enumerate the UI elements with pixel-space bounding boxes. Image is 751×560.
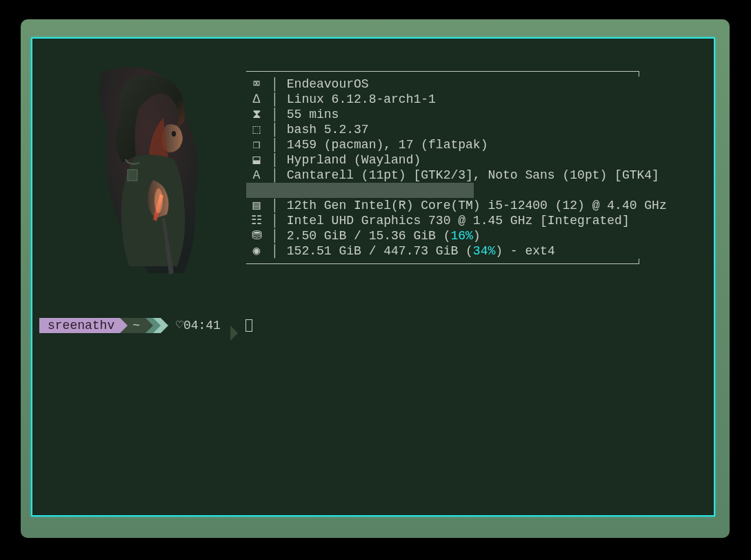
terminal-body[interactable]: ⌧│EndeavourOS∆│Linux 6.12.8-arch1-1⧗│55 … [32, 39, 714, 515]
fetch-row: ⧗│55 mins [246, 107, 667, 122]
separator: │ [267, 168, 287, 183]
fetch-row: ⛃│2.50 GiB / 15.36 GiB (16%) [246, 228, 667, 243]
fetch-row: ◉│152.51 GiB / 447.73 GiB (34%) - ext4 [246, 243, 667, 259]
fetch-value: 1459 (pacman), 17 (flatpak) [287, 137, 488, 152]
shell-icon: ⬚ [246, 122, 267, 137]
hourglass-icon: ⧗ [246, 107, 267, 122]
fetch-row: A│Cantarell (11pt) [GTK2/3], Noto Sans (… [246, 168, 667, 183]
fetch-row: ⬓│Hyprland (Wayland) [246, 152, 667, 168]
fetch-value: 55 mins [287, 107, 339, 122]
redacted-row [246, 183, 667, 198]
svg-rect-2 [128, 170, 137, 181]
fetch-row: ▤│12th Gen Intel(R) Core(TM) i5-12400 (1… [246, 198, 667, 213]
separator: │ [267, 198, 287, 213]
separator: │ [267, 107, 287, 122]
fetch-row: ❐│1459 (pacman), 17 (flatpak) [246, 137, 667, 152]
svg-point-0 [172, 131, 176, 137]
fetch-row: ⬚│bash 5.2.37 [246, 122, 667, 137]
fetch-value: 12th Gen Intel(R) Core(TM) i5-12400 (12)… [287, 198, 667, 213]
shell-prompt: sreenathv ~ ♡04:41 [39, 318, 707, 333]
cpu-icon: ▤ [246, 198, 267, 213]
fetch-value: EndeavourOS [287, 77, 369, 92]
separator: │ [267, 228, 287, 243]
separator: │ [267, 243, 287, 259]
fetch-info-box: ⌧│EndeavourOS∆│Linux 6.12.8-arch1-1⧗│55 … [246, 77, 667, 259]
box-border-bottom [246, 259, 639, 264]
fetch-value: bash 5.2.37 [287, 122, 369, 137]
svg-point-1 [154, 188, 163, 213]
prompt-directory: ~ [132, 318, 140, 333]
separator: │ [267, 213, 287, 228]
redacted-bar [246, 183, 474, 198]
terminal-window[interactable]: ⌧│EndeavourOS∆│Linux 6.12.8-arch1-1⧗│55 … [31, 37, 715, 517]
terminal-cursor[interactable] [246, 319, 252, 332]
fetch-value: Linux 6.12.8-arch1-1 [287, 92, 436, 107]
prompt-time: 04:41 [183, 319, 221, 332]
box-border-top [246, 71, 639, 77]
fetch-row: ☷│Intel UHD Graphics 730 @ 1.45 GHz [Int… [246, 213, 667, 228]
fetch-row: ⌧│EndeavourOS [246, 77, 667, 92]
fetch-value: 152.51 GiB / 447.73 GiB (34%) - ext4 [287, 243, 555, 259]
desktop-background: ⌧│EndeavourOS∆│Linux 6.12.8-arch1-1⧗│55 … [21, 19, 730, 538]
separator: │ [267, 77, 287, 92]
wm-icon: ⬓ [246, 152, 267, 168]
prompt-username: sreenathv [48, 318, 114, 333]
font-icon: A [246, 168, 267, 183]
separator: │ [267, 122, 287, 137]
heart-icon: ♡ [176, 319, 183, 332]
fetch-logo-image [60, 59, 239, 287]
percent-value: 34% [473, 244, 495, 258]
package-icon: ❐ [246, 137, 267, 152]
memory-icon: ⛃ [246, 228, 267, 243]
fetch-value: Cantarell (11pt) [GTK2/3], Noto Sans (10… [287, 168, 659, 183]
separator: │ [267, 92, 287, 107]
separator: │ [267, 137, 287, 152]
percent-value: 16% [450, 229, 472, 243]
fetch-value: 2.50 GiB / 15.36 GiB (16%) [287, 228, 481, 243]
disk-icon: ◉ [246, 243, 267, 259]
prompt-time-segment: ♡04:41 [161, 318, 226, 333]
fetch-value: Hyprland (Wayland) [287, 152, 421, 168]
fetch-value: Intel UHD Graphics 730 @ 1.45 GHz [Integ… [287, 213, 630, 228]
linux-icon: ∆ [246, 92, 267, 107]
prompt-user-segment: sreenathv [39, 318, 120, 333]
fastfetch-output: ⌧│EndeavourOS∆│Linux 6.12.8-arch1-1⧗│55 … [39, 52, 707, 287]
fetch-row: ∆│Linux 6.12.8-arch1-1 [246, 92, 667, 107]
separator: │ [267, 152, 287, 168]
laptop-icon: ⌧ [246, 77, 267, 92]
gpu-icon: ☷ [246, 213, 267, 228]
